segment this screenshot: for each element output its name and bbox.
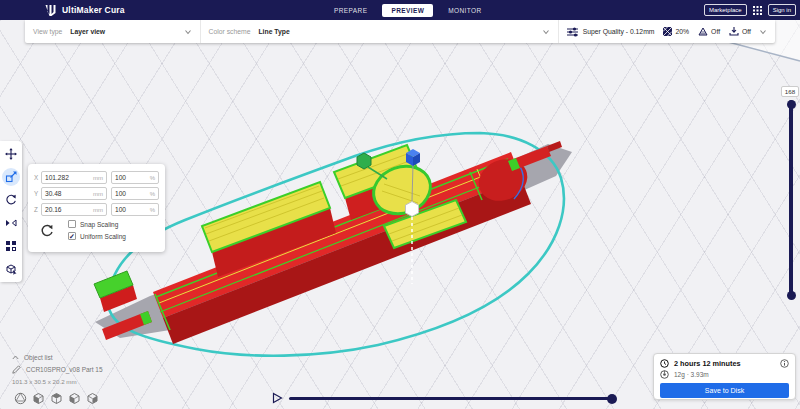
tab-monitor[interactable]: MONITOR	[439, 4, 490, 17]
stage-tabs: PREPARE PREVIEW MONITOR	[325, 0, 491, 20]
object-file-name: CCR10SPRO_v08 Part 15	[26, 366, 103, 373]
print-settings-panel[interactable]: Super Quality - 0.12mm 20% Off	[558, 20, 775, 43]
scale-x-percent-value: 100	[115, 174, 126, 181]
tab-preview[interactable]: PREVIEW	[382, 4, 433, 17]
view-right-button[interactable]	[86, 391, 99, 404]
scale-icon	[5, 171, 17, 183]
mirror-tool-button[interactable]	[2, 214, 20, 232]
scale-row-y: Y 30.48 mm 100 %	[34, 187, 159, 200]
view-left-button[interactable]	[68, 391, 81, 404]
axis-label: Y	[34, 190, 41, 197]
selected-object-row[interactable]: CCR10SPRO_v08 Part 15	[12, 365, 103, 374]
per-model-settings-icon	[5, 240, 17, 252]
color-scheme-value: Line Type	[258, 28, 289, 35]
scale-z-percent-input[interactable]: 100 %	[111, 203, 159, 216]
uniform-scaling-checkbox[interactable]: ✓ Uniform Scaling	[68, 232, 126, 240]
object-info: Object list CCR10SPRO_v08 Part 15 101.3 …	[12, 354, 103, 389]
adhesion-setting: Off	[729, 27, 751, 36]
mirror-icon	[5, 217, 17, 229]
axis-label: Z	[34, 206, 41, 213]
pencil-icon	[12, 365, 21, 374]
apps-grid-icon[interactable]	[753, 6, 762, 15]
object-dimensions: 101.3 x 30.5 x 20.2 mm	[12, 378, 77, 385]
chevron-down-icon	[542, 28, 550, 36]
support-blocker-button[interactable]	[2, 260, 20, 278]
view-type-value: Layer view	[70, 28, 105, 35]
playback-slider-handle[interactable]	[607, 394, 617, 404]
view-right-icon	[86, 392, 99, 405]
infill-setting: 20%	[663, 27, 689, 36]
unit-label: %	[150, 191, 155, 197]
support-value: Off	[711, 28, 720, 35]
gizmo-white-handle[interactable]	[406, 202, 419, 217]
object-list-header[interactable]: Object list	[12, 354, 103, 361]
reset-scale-button[interactable]	[40, 224, 54, 238]
gizmo-green-handle[interactable]	[357, 153, 371, 169]
view-top-icon	[50, 392, 63, 405]
rotate-icon	[5, 194, 17, 206]
view-left-icon	[68, 392, 81, 405]
move-icon	[5, 148, 17, 160]
color-scheme-label: Color scheme	[209, 28, 251, 35]
scale-y-size-input[interactable]: 30.48 mm	[41, 187, 107, 200]
scale-x-size-input[interactable]: 101.282 mm	[41, 171, 107, 184]
checkbox-box: ✓	[68, 232, 76, 240]
view-top-button[interactable]	[50, 391, 63, 404]
current-layer-label[interactable]: 168	[781, 86, 799, 97]
model[interactable]	[94, 133, 572, 356]
view-type-label: View type	[33, 28, 62, 35]
print-time-row: 2 hours 12 minutes	[660, 359, 789, 368]
view-front-icon	[32, 392, 45, 405]
save-to-disk-button[interactable]: Save to Disk	[660, 383, 789, 398]
snap-scaling-label: Snap Scaling	[80, 221, 118, 228]
unit-label: %	[150, 175, 155, 181]
app-logo: UltiMaker Cura	[44, 0, 125, 20]
layer-slider-bottom-handle[interactable]	[787, 291, 796, 300]
unit-label: mm	[93, 191, 103, 197]
playback-slider-track[interactable]	[289, 397, 614, 400]
support-setting: Off	[698, 27, 720, 36]
material-usage-row: 12g · 3.93m	[660, 370, 789, 379]
scale-tool-panel: X 101.282 mm 100 % Y 30.48 mm 100 % Z	[28, 164, 165, 252]
scale-z-size-input[interactable]: 20.16 mm	[41, 203, 107, 216]
rotate-tool-button[interactable]	[2, 191, 20, 209]
material-estimate: 12g · 3.93m	[674, 371, 709, 378]
camera-view-presets	[14, 391, 99, 404]
tool-toolbar	[0, 141, 22, 282]
axis-label: X	[34, 174, 41, 181]
scale-z-percent-value: 100	[115, 206, 126, 213]
scale-row-x: X 101.282 mm 100 %	[34, 171, 159, 184]
infill-value: 20%	[675, 28, 689, 35]
scale-panel-footer: Snap Scaling ✓ Uniform Scaling	[34, 220, 159, 240]
chevron-down-icon[interactable]	[759, 28, 767, 36]
snap-scaling-checkbox[interactable]: Snap Scaling	[68, 220, 126, 228]
view-3d-button[interactable]	[14, 391, 27, 404]
per-model-settings-button[interactable]	[2, 237, 20, 255]
view-type-dropdown[interactable]: View type Layer view	[25, 20, 200, 43]
color-scheme-dropdown[interactable]: Color scheme Line Type	[200, 20, 558, 43]
view-front-button[interactable]	[32, 391, 45, 404]
cura-window: UltiMaker Cura PREPARE PREVIEW MONITOR M…	[0, 0, 800, 409]
top-header: UltiMaker Cura PREPARE PREVIEW MONITOR M…	[0, 0, 800, 20]
object-list-label: Object list	[24, 354, 53, 361]
unit-label: %	[150, 207, 155, 213]
scale-y-percent-value: 100	[115, 190, 126, 197]
scale-y-percent-input[interactable]: 100 %	[111, 187, 159, 200]
app-title: UltiMaker Cura	[62, 5, 125, 15]
scale-tool-button[interactable]	[2, 168, 20, 186]
scale-x-percent-input[interactable]: 100 %	[111, 171, 159, 184]
layer-slider-top-handle[interactable]	[787, 100, 796, 109]
marketplace-button[interactable]: Marketplace	[704, 4, 747, 16]
chevron-down-icon	[184, 28, 192, 36]
layer-slider-track[interactable]	[789, 100, 793, 298]
uniform-scaling-label: Uniform Scaling	[80, 233, 126, 240]
tab-prepare[interactable]: PREPARE	[325, 4, 376, 17]
play-button[interactable]	[271, 392, 283, 404]
info-icon[interactable]	[780, 359, 789, 368]
move-tool-button[interactable]	[2, 145, 20, 163]
sign-in-button[interactable]: Sign in	[768, 4, 796, 16]
adhesion-value: Off	[742, 28, 751, 35]
scale-x-size-value: 101.282	[45, 174, 69, 181]
object-dimensions-row: 101.3 x 30.5 x 20.2 mm	[12, 378, 103, 385]
print-job-panel: 2 hours 12 minutes 12g · 3.93m Save to D…	[653, 353, 796, 400]
